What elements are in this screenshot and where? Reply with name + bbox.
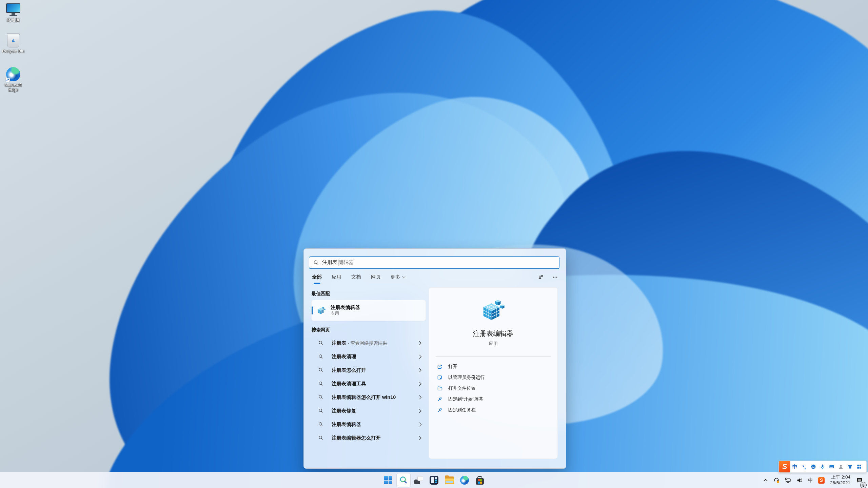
web-suggestion-row[interactable]: 注册表 - 查看网络搜索结果 [311, 336, 426, 350]
ime-account-button[interactable] [836, 462, 845, 472]
chevron-right-icon[interactable] [418, 409, 422, 413]
network-button[interactable] [784, 473, 792, 487]
edge-icon [6, 67, 20, 81]
selection-accent-bar [312, 306, 313, 314]
web-suggestion-row[interactable]: 注册表修复 [311, 404, 426, 418]
open-icon [437, 364, 442, 369]
web-search-header: 搜索网页 [312, 327, 426, 333]
tab-apps[interactable]: 应用 [331, 273, 342, 284]
best-match-result[interactable]: 注册表编辑器 应用 [311, 300, 426, 321]
chevron-right-icon[interactable] [418, 382, 422, 386]
ime-skin-button[interactable] [845, 462, 854, 472]
ime-punctuation-button[interactable]: °, [800, 462, 809, 472]
desktop-icon-label: Microsoft Edge [2, 83, 24, 93]
ime-toolbox-button[interactable] [854, 462, 864, 472]
search-taskbar-icon [399, 476, 408, 485]
tray-date: 26/6/2021 [830, 480, 850, 486]
action-run-as-admin[interactable]: 以管理员身份运行 [437, 372, 557, 383]
tab-web[interactable]: 网页 [371, 273, 381, 284]
microsoft-store-icon [476, 478, 484, 485]
best-match-subtitle: 应用 [331, 311, 360, 317]
start-button[interactable] [381, 473, 395, 487]
best-match-title: 注册表编辑器 [331, 304, 360, 311]
ime-mode-indicator[interactable]: 中 [807, 473, 814, 487]
run-as-admin-icon [437, 375, 442, 380]
web-suggestion-row[interactable]: 注册表怎么打开 [311, 363, 426, 377]
action-open-file-location[interactable]: 打开文件位置 [437, 383, 557, 394]
notification-center-button[interactable]: 5 [855, 473, 865, 487]
divider [436, 356, 551, 357]
desktop-icon-edge[interactable]: Microsoft Edge [2, 67, 24, 93]
pin-to-taskbar-icon [437, 407, 442, 413]
clock[interactable]: 上午 2:04 26/6/2021 [829, 473, 852, 487]
store-button[interactable] [473, 473, 487, 487]
chevron-right-icon[interactable] [418, 354, 422, 359]
update-status-button[interactable] [772, 473, 781, 487]
windows-start-icon [384, 476, 392, 484]
ime-keyboard-button[interactable] [827, 462, 836, 472]
result-detail-panel: 注册表编辑器 应用 打开 以管理员身份运行 [429, 287, 558, 459]
tray-time: 上午 2:04 [831, 474, 850, 480]
chevron-right-icon[interactable] [418, 368, 422, 372]
notification-count-badge: 5 [860, 482, 867, 488]
action-open[interactable]: 打开 [437, 361, 557, 372]
action-pin-to-start[interactable]: 固定到“开始”屏幕 [437, 394, 557, 405]
web-suggestion-row[interactable]: 注册表清理 [311, 350, 426, 363]
desktop-icon-label: Recycle Bin [2, 49, 24, 54]
task-view-icon [414, 476, 423, 485]
chevron-right-icon[interactable] [418, 395, 422, 400]
best-match-header: 最佳匹配 [312, 291, 426, 297]
tab-all[interactable]: 全部 [312, 273, 322, 284]
speaker-icon [796, 477, 803, 484]
account-icon[interactable] [538, 274, 544, 280]
recycle-bin-icon [7, 34, 19, 47]
detail-subtitle: 应用 [489, 341, 498, 347]
search-icon [313, 260, 319, 265]
action-pin-to-taskbar[interactable]: 固定到任务栏 [437, 405, 557, 415]
search-icon [318, 341, 323, 345]
sogou-logo[interactable]: S [779, 461, 790, 472]
search-filter-tabs: 全部 应用 文档 网页 更多 [312, 273, 558, 285]
task-view-button[interactable] [412, 473, 426, 487]
more-options-icon[interactable] [552, 274, 558, 280]
desktop-icon-recycle-bin[interactable]: Recycle Bin [2, 34, 24, 54]
search-inline-completion: 编辑器 [339, 259, 354, 266]
file-explorer-icon [445, 476, 454, 484]
ime-voice-button[interactable] [818, 462, 827, 472]
file-explorer-button[interactable] [442, 473, 456, 487]
sogou-ime-toolbar: S 中 °, [778, 461, 867, 473]
chevron-right-icon[interactable] [418, 422, 422, 427]
registry-editor-icon [481, 298, 506, 322]
sogou-tray-button[interactable]: S [817, 473, 826, 487]
chevron-up-icon [763, 477, 768, 483]
web-suggestion-row[interactable]: 注册表编辑器 [311, 418, 426, 431]
web-suggestion-row[interactable]: 注册表编辑器怎么打开 win10 [311, 390, 426, 404]
windows-search-panel: 注册表编辑器 全部 应用 文档 网页 更多 最佳匹配 [303, 248, 566, 469]
chevron-right-icon[interactable] [418, 341, 422, 345]
web-suggestion-row[interactable]: 注册表编辑器怎么打开 [311, 431, 426, 445]
widgets-button[interactable] [427, 473, 441, 487]
edge-button[interactable] [458, 473, 471, 487]
search-icon [318, 422, 323, 427]
desktop-icon-label: 此电脑 [7, 18, 20, 22]
ime-mode-button[interactable]: 中 [790, 462, 800, 472]
search-icon [318, 395, 323, 400]
search-query-text: 注册表 [322, 259, 337, 266]
search-icon [318, 354, 323, 359]
taskbar: 中 S 上午 2:04 26/6/2021 5 [0, 472, 868, 488]
desktop-icon-this-pc[interactable]: 此电脑 [2, 3, 24, 22]
tab-more[interactable]: 更多 [390, 273, 406, 284]
tab-documents[interactable]: 文档 [351, 273, 361, 284]
search-icon [318, 408, 323, 413]
search-icon [318, 381, 323, 386]
update-pending-icon [773, 477, 780, 484]
chevron-right-icon[interactable] [418, 436, 422, 440]
open-file-location-icon [437, 386, 442, 391]
search-input[interactable]: 注册表编辑器 [309, 256, 559, 269]
search-button[interactable] [397, 473, 410, 487]
volume-button[interactable] [795, 473, 804, 487]
registry-editor-icon [317, 306, 326, 315]
hidden-icons-button[interactable] [762, 473, 769, 487]
web-suggestion-row[interactable]: 注册表清理工具 [311, 377, 426, 390]
ime-emoji-button[interactable] [809, 462, 818, 472]
